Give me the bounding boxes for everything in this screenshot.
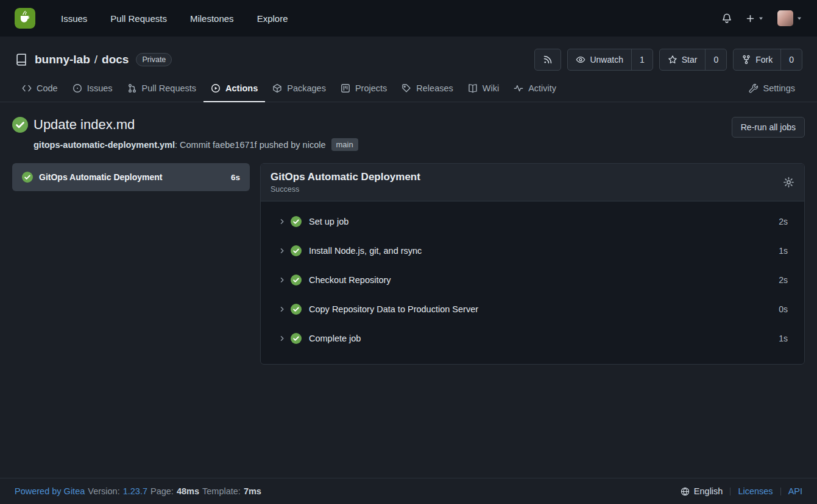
step-status-success-icon [291,333,302,344]
globe-icon [681,487,690,496]
plus-icon [746,14,755,23]
run-title: Update index.md [34,117,135,133]
chevron-down-icon [758,15,764,21]
tag-icon [401,83,411,93]
tab-releases[interactable]: Releases [394,77,460,102]
run-header: Update index.md gitops-automatic-deploym… [0,102,817,151]
step-name: Install Node.js, git, and rsync [309,246,422,256]
rerun-all-jobs-button[interactable]: Re-run all jobs [732,117,805,138]
tab-settings[interactable]: Settings [741,77,802,102]
job-duration: 6s [231,173,240,182]
api-link[interactable]: API [788,486,802,496]
commit-info: : Commit faebe1671f pushed by nicole [175,140,325,150]
step-status-success-icon [291,275,302,285]
step-row-complete-job[interactable]: Complete job 1s [261,324,804,353]
tab-label: Code [37,83,58,93]
job-item[interactable]: GitOps Automatic Deployment 6s [12,163,250,191]
chevron-right-icon [278,335,286,342]
tab-label: Issues [87,83,113,93]
forks-count[interactable]: 0 [780,49,802,70]
nav-item-issues[interactable]: Issues [61,13,87,24]
star-button[interactable]: Star [660,49,706,70]
fork-icon [741,55,751,65]
user-menu[interactable] [777,10,802,26]
step-duration: 1s [779,246,788,256]
chevron-right-icon [278,247,286,254]
tab-label: Packages [287,83,326,93]
tab-code[interactable]: Code [15,77,65,102]
actions-run-view: Update index.md gitops-automatic-deploym… [0,102,817,478]
branch-badge[interactable]: main [331,138,358,151]
star-button-group: Star 0 [659,49,727,71]
fork-button-group: Fork 0 [733,49,802,71]
stars-count[interactable]: 0 [705,49,726,70]
watch-button-group: Unwatch 1 [567,49,653,71]
divider [730,488,730,495]
project-board-icon [341,83,350,93]
star-icon [668,55,677,65]
repo-tabs: Code Issues Pull Requests Actions Packag… [15,77,802,102]
navbar-right [721,10,802,26]
licenses-link[interactable]: Licenses [738,486,773,496]
job-status-text: Success [271,185,420,194]
step-name: Complete job [309,334,361,343]
eye-icon [576,55,585,65]
version-link[interactable]: 1.23.7 [123,486,147,496]
job-panel-header-text: GitOps Automatic Deployment Success [271,171,420,194]
repo-owner-link[interactable]: bunny-lab [35,53,90,66]
fork-button[interactable]: Fork [734,49,780,70]
step-row-set-up-job[interactable]: Set up job 2s [261,207,804,236]
play-circle-icon [211,83,221,93]
tab-issues[interactable]: Issues [65,77,120,102]
job-panel-header: GitOps Automatic Deployment Success [261,164,804,201]
rss-button[interactable] [534,49,561,71]
watchers-count[interactable]: 1 [631,49,653,70]
step-status-success-icon [291,245,302,256]
unwatch-button[interactable]: Unwatch [568,49,631,70]
nav-item-milestones[interactable]: Milestones [190,13,234,24]
tabs-spacer [564,77,741,102]
step-row-copy-repository-data[interactable]: Copy Repository Data to Production Serve… [261,295,804,324]
template-label: Template: [202,486,241,496]
nav-item-explore[interactable]: Explore [257,13,288,24]
run-header-left: Update index.md gitops-automatic-deploym… [12,117,358,151]
issue-opened-icon [73,83,82,93]
fork-label: Fork [755,55,773,65]
page-label: Page: [150,486,174,496]
gitea-logo[interactable] [15,8,35,29]
run-subtitle: gitops-automatic-deployment.yml: Commit … [34,138,358,151]
step-row-install-deps[interactable]: Install Node.js, git, and rsync 1s [261,236,804,265]
notifications-bell-icon[interactable] [721,13,732,24]
language-selector[interactable]: English [681,486,723,496]
chevron-right-icon [278,218,286,225]
nav-links: Issues Pull Requests Milestones Explore [61,13,288,24]
git-pull-request-icon [127,83,137,93]
gear-icon[interactable] [783,177,794,188]
nav-item-pull-requests[interactable]: Pull Requests [110,13,167,24]
chevron-right-icon [278,276,286,284]
repo-name-link[interactable]: docs [102,53,129,66]
tab-activity[interactable]: Activity [506,77,564,102]
steps-list: Set up job 2s Install Node.js, git, and … [261,201,804,364]
create-new-button[interactable] [746,14,764,23]
footer-links: English Licenses API [681,486,802,496]
repo-actions: Unwatch 1 Star 0 [534,49,802,71]
workflow-file-name: gitops-automatic-deployment.yml [34,140,175,150]
tab-pull-requests[interactable]: Pull Requests [120,77,203,102]
step-row-checkout-repository[interactable]: Checkout Repository 2s [261,265,804,295]
tab-wiki[interactable]: Wiki [461,77,506,102]
avatar [777,10,793,26]
tab-label: Actions [225,83,258,93]
tab-label: Wiki [483,83,499,93]
tab-actions[interactable]: Actions [203,77,265,102]
tab-label: Pull Requests [142,83,196,93]
tab-packages[interactable]: Packages [265,77,333,102]
tab-projects[interactable]: Projects [333,77,394,102]
job-detail-panel: GitOps Automatic Deployment Success Set … [260,163,805,365]
job-status-success-icon [22,172,33,183]
step-duration: 2s [779,275,788,285]
chevron-right-icon [278,306,286,313]
powered-by-gitea-link[interactable]: Powered by Gitea [15,486,85,496]
top-navbar: Issues Pull Requests Milestones Explore [0,0,817,37]
run-status-success-icon [12,117,28,133]
